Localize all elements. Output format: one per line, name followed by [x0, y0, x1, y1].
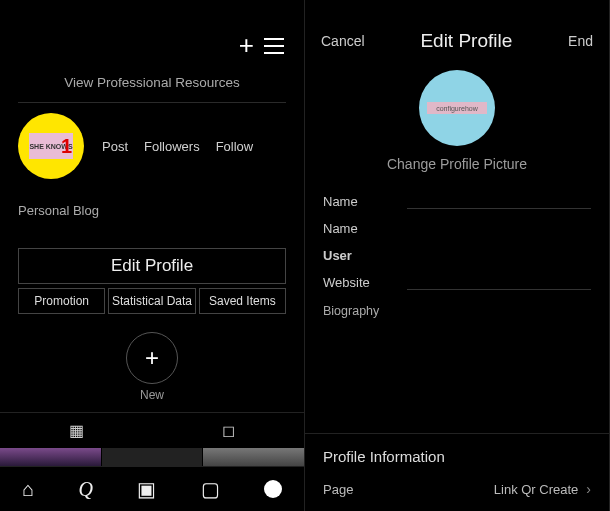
profile-icon[interactable]: [264, 480, 282, 498]
field-label: Website: [323, 275, 401, 290]
bottom-nav: [0, 466, 304, 511]
website-input[interactable]: [407, 289, 591, 290]
chevron-right-icon: ›: [586, 481, 591, 497]
field-name2[interactable]: Name: [323, 215, 591, 242]
post-thumbnails: [0, 448, 304, 466]
post-thumb[interactable]: [0, 448, 101, 466]
profile-header: SHE KNOWS 1 Post Followers Follow: [0, 113, 304, 193]
tab-grid-icon[interactable]: [0, 413, 152, 448]
edit-avatar[interactable]: configurehow: [419, 70, 495, 146]
field-name[interactable]: Name: [323, 188, 591, 215]
avatar[interactable]: SHE KNOWS 1: [18, 113, 84, 179]
field-label: Name: [323, 194, 401, 209]
field-user[interactable]: User: [323, 242, 591, 269]
stat-follow[interactable]: Follow: [216, 139, 254, 154]
post-thumb[interactable]: [203, 448, 304, 466]
field-website[interactable]: Website: [323, 269, 591, 296]
change-picture-link[interactable]: Change Profile Picture: [305, 156, 609, 186]
search-icon[interactable]: [79, 478, 93, 501]
add-highlight-icon[interactable]: +: [126, 332, 178, 384]
stat-followers[interactable]: Followers: [144, 139, 200, 154]
profile-tabs: [0, 412, 304, 448]
tab-tagged-icon[interactable]: [152, 413, 304, 448]
name-input[interactable]: [407, 208, 591, 209]
edit-title: Edit Profile: [420, 30, 512, 52]
profile-information-heading: Profile Information: [305, 433, 609, 475]
statistical-data-button[interactable]: Statistical Data: [108, 288, 195, 314]
page-link[interactable]: Link Qr Create ›: [494, 481, 591, 497]
edit-header: Cancel Edit Profile End: [305, 0, 609, 64]
shop-icon[interactable]: [201, 477, 220, 501]
new-highlight: + New: [0, 332, 304, 412]
page-label: Page: [323, 482, 353, 497]
edit-avatar-section: configurehow Change Profile Picture: [305, 64, 609, 188]
cancel-button[interactable]: Cancel: [321, 33, 365, 49]
add-icon[interactable]: +: [239, 30, 254, 61]
home-icon[interactable]: [22, 478, 34, 501]
professional-resources-link[interactable]: View Professional Resources: [18, 69, 286, 103]
profile-category: Personal Blog: [0, 193, 304, 248]
reels-icon[interactable]: [137, 477, 156, 501]
field-label: User: [323, 248, 401, 263]
top-actions: +: [0, 0, 304, 69]
new-highlight-label: New: [0, 388, 304, 402]
menu-icon[interactable]: [264, 30, 284, 61]
avatar-badge: 1: [61, 135, 72, 158]
field-biography[interactable]: Biography: [323, 296, 591, 358]
edit-avatar-chip: configurehow: [427, 102, 487, 114]
stat-post[interactable]: Post: [102, 139, 128, 154]
edit-profile-panel: Cancel Edit Profile End configurehow Cha…: [305, 0, 610, 511]
saved-items-button[interactable]: Saved Items: [199, 288, 286, 314]
page-link-value: Link Qr Create: [494, 482, 579, 497]
profile-panel: + View Professional Resources SHE KNOWS …: [0, 0, 305, 511]
profile-stats: Post Followers Follow: [102, 139, 253, 154]
post-thumb[interactable]: [102, 448, 203, 466]
edit-fields: Name Name User Website Biography: [305, 188, 609, 358]
done-button[interactable]: End: [568, 33, 593, 49]
field-label: Name: [323, 221, 401, 236]
page-link-row[interactable]: Page Link Qr Create ›: [305, 475, 609, 511]
edit-profile-button[interactable]: Edit Profile: [18, 248, 286, 284]
promotion-button[interactable]: Promotion: [18, 288, 105, 314]
